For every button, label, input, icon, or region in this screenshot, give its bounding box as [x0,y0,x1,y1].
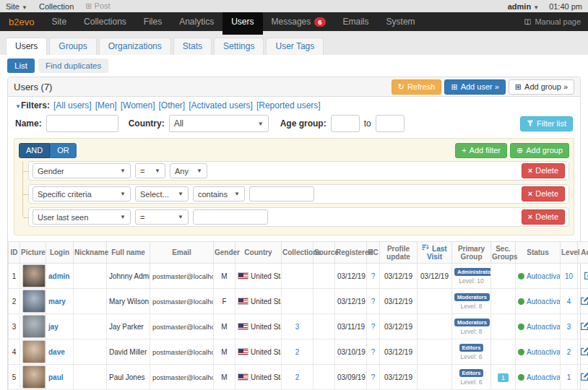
condition-field-select[interactable]: Specific criteria▼ [33,186,131,202]
condition-operator-select[interactable]: =▼ [135,209,189,225]
name-input[interactable] [46,115,118,132]
evobar-collection-menu[interactable]: Collection [39,2,74,11]
rc-link[interactable]: ? [371,272,376,280]
column-header-source[interactable]: Source [314,242,335,264]
collections-count-link[interactable]: 3 [295,323,300,331]
user-avatar[interactable] [22,315,46,338]
status-link[interactable]: Autoactivated [527,272,561,280]
status-link[interactable]: Autoactivated [527,348,561,356]
collections-count-link[interactable]: 2 [295,348,300,356]
condition-value-select[interactable]: Any▼ [170,163,207,178]
column-header-profile-update[interactable]: Profile update [380,242,418,264]
filter-list-button[interactable]: Filter list [520,116,573,131]
cell-collections[interactable]: 2 [282,339,314,365]
cell-collections[interactable]: 2 [282,365,314,390]
column-header-full-name[interactable]: Full name [107,242,150,264]
menu-item-system[interactable]: System [378,12,424,31]
condition-value-input[interactable] [249,186,314,202]
filter-link-men[interactable]: Men [95,100,117,110]
add-filter-button[interactable]: +Add filter [455,143,507,158]
condition-field-select[interactable]: User last seen▼ [33,209,131,225]
column-header-login[interactable]: Login [46,242,74,264]
filter-link-other[interactable]: Other [159,100,186,110]
edit-user-button[interactable] [580,347,588,356]
tab-groups[interactable]: Groups [49,38,96,55]
or-button[interactable]: OR [50,143,77,158]
delete-condition-button[interactable]: ×Delete [522,209,565,225]
age-from-input[interactable] [331,115,360,132]
column-header-nickname[interactable]: Nickname [74,242,107,264]
edit-user-button[interactable] [580,296,588,306]
column-header-level[interactable]: Level [561,242,578,264]
evobar-site-menu[interactable]: Site ▼ [6,2,27,11]
column-header-picture[interactable]: Picture [20,242,46,264]
menu-item-collections[interactable]: Collections [75,12,135,31]
add-group-condition-button[interactable]: ⊕Add group [510,143,569,158]
login-link[interactable]: paul [48,373,64,381]
and-button[interactable]: AND [19,143,50,158]
column-header-rc[interactable]: RC [367,242,380,264]
column-header-id[interactable]: ID [9,242,20,264]
delete-condition-button[interactable]: ×Delete [522,163,565,178]
column-header-primary-group[interactable]: Primary Group [452,242,491,264]
menu-item-emails[interactable]: Emails [334,12,378,31]
status-link[interactable]: Autoactivated [527,323,561,331]
level-link[interactable]: 4 [567,298,571,306]
filter-link-all-users[interactable]: All users [53,100,92,110]
login-link[interactable]: mary [48,298,66,306]
status-link[interactable]: Autoactivated [527,373,561,381]
country-select[interactable]: All▼ [169,115,269,132]
condition-operator-select[interactable]: contains▼ [193,186,245,202]
column-header-gender[interactable]: Gender [214,242,235,264]
login-link[interactable]: dave [48,348,65,356]
filters-collapse-toggle[interactable]: ▼Filters: [15,100,50,110]
add-group-button[interactable]: ⊞Add group » [509,79,574,95]
cell-collections[interactable]: 3 [282,314,314,339]
rc-link[interactable]: ? [371,373,376,381]
column-header-email[interactable]: Email [150,242,214,264]
delete-condition-button[interactable]: ×Delete [522,186,565,202]
user-avatar[interactable] [22,264,46,287]
user-avatar[interactable] [22,365,46,389]
tab-organizations[interactable]: Organizations [99,38,171,55]
rc-link[interactable]: ? [371,298,376,306]
login-link[interactable]: jay [48,323,59,331]
menu-item-site[interactable]: Site [43,12,75,31]
level-link[interactable]: 3 [567,323,571,331]
menu-item-users[interactable]: Users [222,12,262,31]
menu-item-files[interactable]: Files [135,12,170,31]
level-link[interactable]: 1 [567,373,571,381]
subtab-list[interactable]: List [7,58,35,73]
subtab-find-duplicates[interactable]: Find duplicates [38,58,108,73]
collections-count-link[interactable]: 2 [295,373,300,381]
filter-link-reported-users[interactable]: Reported users [256,100,321,110]
b2evo-logo[interactable]: b2evo [0,12,43,31]
tab-users[interactable]: Users [6,38,47,55]
condition-field-select[interactable]: Gender▼ [33,163,131,178]
filter-link-women[interactable]: Women [121,100,155,110]
column-header-country[interactable]: Country [235,242,282,264]
evobar-post-button[interactable]: ⊞ Post [85,1,110,11]
rc-link[interactable]: ? [371,348,376,356]
rc-link[interactable]: ? [371,323,376,331]
user-avatar[interactable] [22,340,46,363]
add-user-button[interactable]: ⊞Add user » [444,79,505,95]
condition-sub-select[interactable]: Select...▼ [135,186,189,202]
evobar-user-menu[interactable]: admin ▼ [508,2,539,11]
tab-user-tags[interactable]: User Tags [266,38,324,55]
tab-stats[interactable]: Stats [173,38,212,55]
column-header-last-visit[interactable]: Last Visit [418,242,452,264]
menu-item-analytics[interactable]: Analytics [170,12,222,31]
column-header-collections[interactable]: Collections [282,242,314,264]
tab-settings[interactable]: Settings [214,38,264,55]
edit-user-button[interactable] [584,271,588,280]
status-link[interactable]: Autoactivated [527,298,561,306]
user-avatar[interactable] [22,290,46,313]
refresh-button[interactable]: ↻Refresh [392,79,442,95]
edit-user-button[interactable] [580,372,588,381]
column-header-registered[interactable]: Registered [335,242,367,264]
level-link[interactable]: 2 [567,348,571,356]
edit-user-button[interactable] [580,321,588,331]
column-header-status[interactable]: Status [516,242,561,264]
level-link[interactable]: 10 [565,272,573,280]
